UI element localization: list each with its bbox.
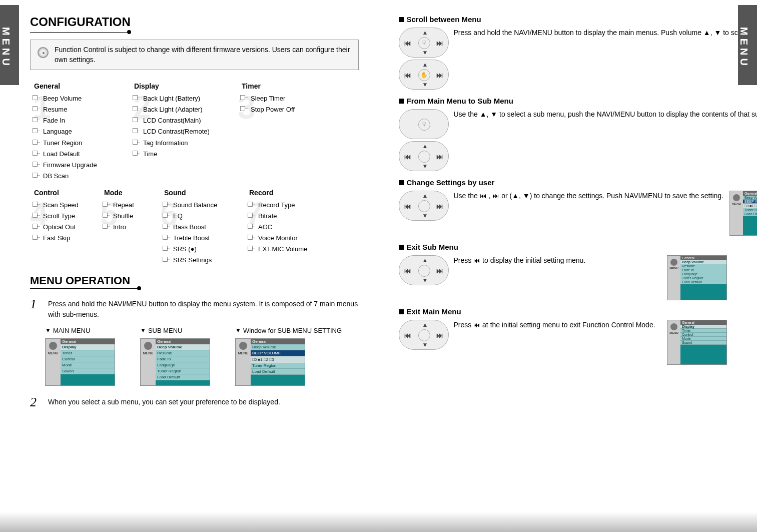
hand-icon: ☟ (418, 119, 430, 131)
cat-record-list: Record Type Bitrate AGC Voice Monitor EX… (249, 200, 326, 255)
change-title: Change Settings by user (407, 178, 495, 187)
up-icon: ▲ (422, 143, 428, 150)
up-icon: ▲ (422, 29, 428, 36)
thumbs-row: ▼MAIN MENU MENU General Display Timer Co… (45, 327, 359, 386)
list-item: Beep Volume (34, 93, 126, 104)
bullet-icon (399, 245, 404, 250)
down-icon: ▼ (422, 277, 428, 284)
list-item: Intro (104, 222, 156, 233)
center-button (418, 265, 430, 277)
gear-icon (733, 194, 740, 201)
list-item: EXT.MIC Volume (249, 244, 326, 255)
cat-timer-list: Sleep Timer Stop Power Off (242, 93, 324, 115)
prev-icon: ⏮ (404, 71, 411, 79)
list-item: LCD Contrast(Remote) (134, 126, 234, 137)
down-arrow-icon: ▼ (140, 327, 146, 334)
config-divider (30, 31, 130, 33)
prev-icon: ⏮ (404, 267, 411, 275)
thumb-main-small: MENU General Display Timer Control Mode … (667, 320, 727, 365)
step-1-text: Press and hold the NAVI/MENU button to d… (48, 297, 359, 320)
device-diagram: ⏮ ⏭ ▲ ▼ (399, 191, 449, 221)
side-tab-right: MENU (738, 5, 757, 85)
list-item: Fast Skip (34, 233, 96, 244)
next-icon: ⏭ (436, 267, 443, 275)
up-icon: ▲ (422, 192, 428, 199)
list-item: Tuner Region (34, 138, 126, 149)
step-1: 1 Press and hold the NAVI/MENU button to… (30, 297, 359, 320)
thumb-win-label: ▼Window for SUB MENU SETTING (235, 327, 342, 334)
prev-icon: ⏮ (404, 331, 411, 339)
list-item: Optical Out (34, 222, 96, 233)
list-item: Shuffle (104, 211, 156, 222)
bullet-icon (399, 180, 404, 185)
up-icon: ▲ (422, 321, 428, 328)
list-item: Voice Monitor (249, 233, 326, 244)
page-fade (0, 512, 379, 532)
frommain-title: From Main Menu to Sub Menu (407, 97, 513, 105)
section-exitsub: ⏮ ⏭ ▲ ▼ Press ⏮ to display the initial s… (399, 255, 727, 300)
section-frommain: ☟ ⏮ ⏭ ▲ ▼ Use the ▲, ▼ to select a sub m… (399, 109, 727, 171)
down-icon: ▼ (422, 81, 428, 88)
list-item: Back Light (Adapter) (134, 104, 234, 115)
scroll-title: Scroll between Menu (407, 15, 481, 24)
list-item: Sound Balance (164, 200, 241, 211)
change-text: Use the ⏮ , ⏭ or (▲, ▼) to change the se… (454, 191, 723, 201)
prev-icon: ⏮ (404, 39, 411, 47)
list-item: Fade In (34, 115, 126, 126)
gear-icon (49, 342, 57, 350)
device-diagram: ⏮ ⏭ ▲ ▼ ☟ (399, 28, 449, 58)
list-item: EQ (164, 211, 241, 222)
thumb-sub-small: MENU General Beep Volume Resume Fade In … (667, 255, 727, 300)
device-diagram: ⏮ ⏭ ▲ ▼ (399, 255, 449, 285)
hand-icon: ✋ (418, 69, 430, 81)
list-item: Treble Boost (164, 233, 241, 244)
prev-icon: ⏮ (404, 153, 411, 161)
device-diagram: ⏮ ⏭ ▲ ▼ (399, 141, 449, 171)
thumb-sub-label: ▼SUB MENU (140, 327, 183, 334)
list-item: Bitrate (249, 211, 326, 222)
list-item: Record Type (249, 200, 326, 211)
list-item: AGC (249, 222, 326, 233)
list-item: Firmware Upgrade (34, 160, 126, 171)
list-item: Scroll Type (34, 211, 96, 222)
down-arrow-icon: ▼ (45, 327, 51, 334)
next-icon: ⏭ (436, 331, 443, 339)
step-2: 2 When you select a sub menu, you can se… (30, 395, 359, 410)
list-item: Repeat (104, 200, 156, 211)
step-2-text: When you select a sub menu, you can set … (48, 395, 280, 410)
gear-icon (670, 259, 677, 266)
disc-icon (38, 47, 49, 58)
list-item: Bass Boost (164, 222, 241, 233)
down-icon: ▼ (422, 212, 428, 219)
exitsub-text: Press ⏮ to display the initial setting m… (454, 255, 661, 266)
list-item: Time (134, 149, 234, 160)
down-icon: ▼ (422, 341, 428, 348)
exitmain-title: Exit Main Menu (407, 307, 461, 316)
menu-op-heading: MENU OPERATION (30, 274, 359, 287)
center-button (418, 200, 430, 212)
step-1-num: 1 (30, 297, 42, 320)
thumb-main: MENU General Display Timer Control Mode … (45, 338, 115, 386)
bullet-icon (399, 309, 404, 314)
list-item: Tag Information (134, 138, 234, 149)
device-diagram: ⏮ ⏭ ▲ ▼ ✋ (399, 60, 449, 90)
config-heading: CONFIGURATION (30, 15, 359, 29)
list-item: SRS Settings (164, 255, 241, 266)
next-icon: ⏭ (436, 39, 443, 47)
center-button (418, 151, 430, 163)
page-right: MENU Scroll between Menu ⏮ ⏭ ▲ ▼ ☟ ⏮ ⏭ ▲… (379, 0, 758, 532)
thumb-sub: MENU General Beep Volume Resume Fade In … (140, 338, 210, 386)
menu-op-divider (30, 287, 140, 289)
gear-icon (144, 342, 152, 350)
gear-icon (239, 342, 247, 350)
list-item: Sleep Timer (242, 93, 324, 104)
list-item: SRS (●) (164, 244, 241, 255)
gear-icon (670, 323, 677, 330)
intro-box: Function Control is subject to change wi… (30, 40, 359, 70)
down-icon: ▼ (422, 49, 428, 56)
down-arrow-icon: ▼ (235, 327, 241, 334)
page-fade (379, 512, 758, 532)
thumb-main-label: ▼MAIN MENU (45, 327, 90, 334)
section-change: ⏮ ⏭ ▲ ▼ Use the ⏮ , ⏭ or (▲, ▼) to chang… (399, 191, 727, 236)
list-item: Back Light (Battery) (134, 93, 234, 104)
